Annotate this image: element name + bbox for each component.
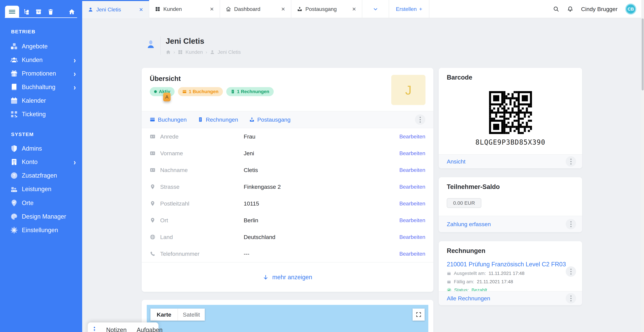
satellite-view-button[interactable]: Satellit [178,309,205,321]
tab-rechnungen[interactable]: Rechnungen [198,116,238,123]
palette-icon [10,213,18,221]
phone-icon [150,251,156,257]
trash-icon[interactable] [47,8,54,15]
search-icon[interactable] [553,6,559,12]
overview-card: Übersicht Aktiv 1 Buchungen 1 Rechnungen… [142,68,433,292]
edit-link[interactable]: Bearbeiten [399,184,425,190]
sidebar-item-promotionen[interactable]: Promotionen › [0,67,82,80]
person-icon [210,50,215,55]
breadcrumb-current: Jeni Cletis [218,49,241,55]
customer-avatar-icon [146,39,156,51]
invoice-issued-row: Ausgestellt am: 11.11.2021 17:48 [447,271,574,276]
archive-icon[interactable] [35,8,42,15]
tab-postausgang[interactable]: Postausgang ✕ [291,0,362,18]
tab-kunden[interactable]: Kunden ✕ [149,0,220,18]
saldo-amount-chip: 0.00 EUR [447,198,481,208]
edit-link[interactable]: Bearbeiten [399,167,425,173]
scrollbar-thumb[interactable] [642,18,644,90]
breadcrumb-separator: › [174,49,175,55]
sidebar-item-ticketing[interactable]: Ticketing [0,108,82,121]
sidebar: BETRIEB Angebote Kunden › Promotionen › … [0,0,82,332]
edit-link[interactable]: Bearbeiten [399,134,425,140]
bell-icon[interactable] [567,6,574,12]
page-title: Jeni Cletis [166,36,241,46]
home-icon[interactable] [166,50,171,55]
close-icon[interactable]: ✕ [277,6,285,12]
user-avatar[interactable]: CB [625,3,636,14]
tree-view-icon[interactable] [23,8,30,15]
edit-link[interactable]: Bearbeiten [399,234,425,240]
record-payment-link[interactable]: Zahlung erfassen [447,221,491,227]
map-view-button[interactable]: Karte [150,309,178,321]
tabs-dropdown-button[interactable] [362,0,389,18]
invoices-menu-button[interactable] [566,293,576,304]
sidebar-item-kunden[interactable]: Kunden › [0,53,82,67]
drawer-tab-aufgaben[interactable]: Aufgaben [137,327,162,332]
bottom-drawer: Notizen Aufgaben [88,323,158,332]
sidebar-item-label: Zusatzfragen [22,172,57,179]
sidebar-item-leistungen[interactable]: Leistungen [0,182,82,196]
invoices-title: Rechnungen [447,247,574,254]
overview-menu-button[interactable] [415,114,425,125]
edit-link[interactable]: Bearbeiten [399,217,425,223]
sidebar-item-design-manager[interactable]: Design Manager [0,210,82,223]
sidebar-item-orte[interactable]: Orte [0,196,82,210]
map-fullscreen-button[interactable] [412,309,425,321]
chevron-right-icon: › [74,158,76,166]
hamburger-icon [9,9,15,14]
edit-link[interactable]: Bearbeiten [399,200,425,207]
edit-link[interactable]: Bearbeiten [399,251,425,257]
map-canvas[interactable]: Karte Satellit [147,305,428,332]
sidebar-item-einstellungen[interactable]: Einstellungen [0,223,82,237]
menu-toggle-button[interactable] [5,6,19,18]
barcode-view-link[interactable]: Ansicht [447,158,466,165]
edit-link[interactable]: Bearbeiten [399,150,425,157]
page-scrollbar[interactable] [641,0,644,332]
barcode-title: Barcode [447,74,574,81]
sidebar-item-admins[interactable]: Admins [0,142,82,155]
invoice-link[interactable]: 210001 Prüfung Französisch Level C2 FR03 [447,261,574,268]
tab-jeni-cletis[interactable]: Jeni Cletis ✕ [82,0,149,18]
question-icon: ? [10,171,18,179]
field-value: 10115 [244,200,399,207]
user-name[interactable]: Cindy Brugger [581,6,618,12]
home-icon[interactable] [68,8,75,15]
sidebar-item-konto[interactable]: Konto › [0,155,82,169]
sidebar-item-kalender[interactable]: Kalender [0,94,82,107]
arrow-down-icon [263,274,268,280]
sidebar-item-zusatzfragen[interactable]: ? Zusatzfragen [0,169,82,182]
field-value: Berlin [244,217,399,224]
all-invoices-link[interactable]: Alle Rechnungen [447,295,490,302]
contact-avatar[interactable]: A [163,93,170,101]
users-icon [10,56,18,64]
close-icon[interactable]: ✕ [135,7,143,12]
close-icon[interactable]: ✕ [206,6,214,12]
show-more-button[interactable]: mehr anzeigen [142,262,433,292]
barcode-menu-button[interactable] [566,156,576,167]
tab-dashboard[interactable]: Dashboard ✕ [220,0,291,18]
calendar-icon [10,97,18,105]
field-row-strasse: Strasse Finkengasse 2 Bearbeiten [142,178,433,195]
invoice-menu-button[interactable] [566,266,576,277]
create-label: Erstellen [396,6,417,12]
card-icon [182,89,187,94]
field-list: Anrede Frau Bearbeiten Vorname Jeni Bear… [142,128,433,262]
sidebar-divider [5,17,77,18]
book-icon [10,83,18,91]
sidebar-item-label: Konto [22,159,38,166]
drawer-menu-button[interactable] [93,327,96,332]
sidebar-item-angebote[interactable]: Angebote [0,40,82,53]
drawer-tab-notizen[interactable]: Notizen [106,327,126,332]
receipt-icon [230,89,235,94]
shield-icon [10,145,18,153]
tab-buchungen[interactable]: Buchungen [150,116,187,123]
tab-postausgang[interactable]: Postausgang [249,116,291,123]
field-row-nachname: Nachname Cletis Bearbeiten [142,162,433,178]
breadcrumb-kunden[interactable]: Kunden [186,49,203,55]
field-row-postleitzahl: Postleitzahl 10115 Bearbeiten [142,195,433,212]
close-icon[interactable]: ✕ [348,6,356,12]
tab-label: Jeni Cletis [96,6,121,13]
saldo-menu-button[interactable] [566,219,576,229]
create-tab-button[interactable]: Erstellen + [389,0,429,18]
sidebar-item-buchhaltung[interactable]: Buchhaltung › [0,80,82,94]
